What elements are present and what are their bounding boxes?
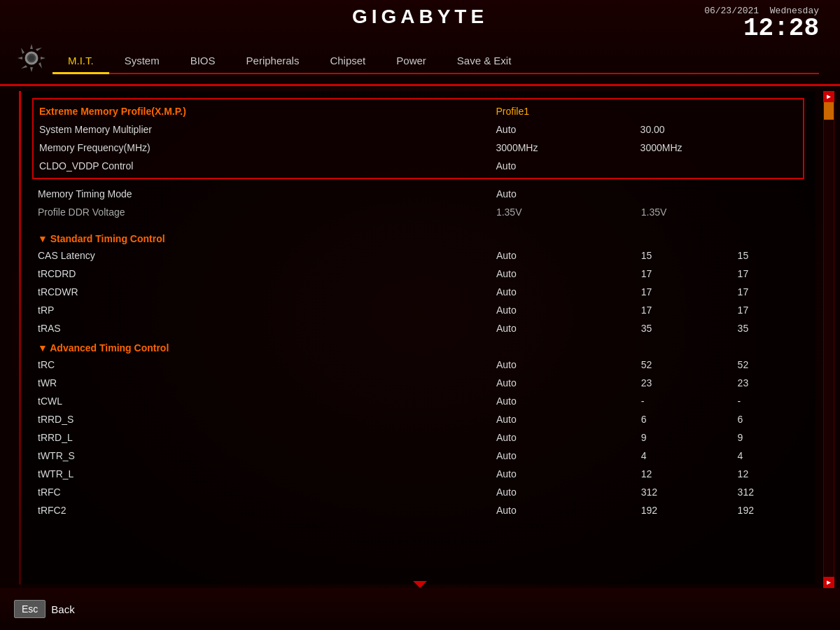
tcwl-row[interactable]: tCWL Auto - - (32, 392, 804, 410)
twtr-l-label: tWTR_L (32, 465, 491, 483)
trfc-row[interactable]: tRFC Auto 312 312 (32, 483, 804, 501)
spacer-row (32, 221, 804, 228)
trcdwr-val2: 17 (636, 283, 732, 301)
profile-ddr-voltage-label: Profile DDR Voltage (32, 203, 491, 221)
trrd-l-row[interactable]: tRRD_L Auto 9 9 (32, 428, 804, 447)
trfc-val2: 312 (636, 483, 732, 501)
tras-label: tRAS (32, 319, 491, 337)
trfc2-val2: 192 (636, 501, 732, 519)
memory-multiplier-val1: Auto (491, 120, 635, 139)
tcwl-val1: Auto (491, 392, 636, 410)
bottom-arrow-decoration (413, 581, 427, 588)
trrd-s-val1: Auto (491, 410, 636, 428)
tcwl-val3: - (732, 392, 804, 410)
twtr-s-row[interactable]: tWTR_S Auto 4 4 (32, 447, 804, 465)
scroll-up-arrow[interactable]: ▶ (823, 91, 834, 102)
advanced-timing-header: ▼ Advanced Timing Control (32, 337, 804, 356)
xmp-profile-row[interactable]: Extreme Memory Profile(X.M.P.) Profile1 (34, 102, 803, 120)
trfc-val3: 312 (732, 483, 804, 501)
esc-button[interactable]: Esc (14, 600, 46, 618)
memory-frequency-val2: 3000MHz (635, 139, 731, 157)
twr-val3: 23 (732, 374, 804, 392)
memory-frequency-row[interactable]: Memory Frequency(MHz) 3000MHz 3000MHz (34, 139, 803, 157)
scrollbar[interactable] (823, 91, 834, 588)
xmp-profile-label: Extreme Memory Profile(X.M.P.) (34, 102, 491, 120)
trcdrd-label: tRCDRD (32, 265, 491, 283)
trc-val1: Auto (491, 356, 636, 374)
tras-row[interactable]: tRAS Auto 35 35 (32, 319, 804, 337)
trrd-l-val2: 9 (636, 428, 732, 447)
twtr-l-val1: Auto (491, 465, 636, 483)
tab-system[interactable]: System (109, 49, 175, 73)
memory-frequency-val1: 3000MHz (491, 139, 635, 157)
trcdwr-row[interactable]: tRCDWR Auto 17 17 (32, 283, 804, 301)
cas-latency-label: CAS Latency (32, 246, 491, 265)
twr-row[interactable]: tWR Auto 23 23 (32, 374, 804, 392)
twtr-s-val3: 4 (732, 447, 804, 465)
main-content: Extreme Memory Profile(X.M.P.) Profile1 … (21, 91, 816, 584)
nav-tabs: M.I.T. System BIOS Peripherals Chipset P… (52, 49, 819, 74)
trfc-label: tRFC (32, 483, 491, 501)
memory-timing-mode-row[interactable]: Memory Timing Mode Auto (32, 185, 804, 203)
tras-val1: Auto (491, 319, 636, 337)
time-display: 12:28 (704, 16, 819, 41)
tras-val3: 35 (732, 319, 804, 337)
trp-label: tRP (32, 301, 491, 319)
trc-val3: 52 (732, 356, 804, 374)
twtr-l-row[interactable]: tWTR_L Auto 12 12 (32, 465, 804, 483)
trcdwr-val1: Auto (491, 283, 636, 301)
tab-power[interactable]: Power (381, 49, 442, 73)
profile-ddr-voltage-row[interactable]: Profile DDR Voltage 1.35V 1.35V (32, 203, 804, 221)
profile-ddr-voltage-val2: 1.35V (636, 203, 732, 221)
standard-timing-header: ▼ Standard Timing Control (32, 228, 804, 246)
twr-val1: Auto (491, 374, 636, 392)
trcdwr-val3: 17 (732, 283, 804, 301)
trfc2-row[interactable]: tRFC2 Auto 192 192 (32, 501, 804, 519)
tab-save-exit[interactable]: Save & Exit (442, 49, 527, 73)
trrd-s-val2: 6 (636, 410, 732, 428)
trrd-s-row[interactable]: tRRD_S Auto 6 6 (32, 410, 804, 428)
tcwl-val2: - (636, 392, 732, 410)
tab-mit[interactable]: M.I.T. (52, 49, 109, 74)
back-label: Back (51, 603, 74, 615)
nav-line (0, 84, 840, 86)
trp-row[interactable]: tRP Auto 17 17 (32, 301, 804, 319)
tab-peripherals[interactable]: Peripherals (231, 49, 315, 73)
tab-bios[interactable]: BIOS (175, 49, 231, 73)
cas-latency-val2: 15 (636, 246, 732, 265)
cas-latency-val1: Auto (491, 246, 636, 265)
xmp-section: Extreme Memory Profile(X.M.P.) Profile1 … (32, 98, 804, 179)
trrd-l-val3: 9 (732, 428, 804, 447)
cldo-vddp-row[interactable]: CLDO_VDDP Control Auto (34, 157, 803, 175)
memory-multiplier-row[interactable]: System Memory Multiplier Auto 30.00 (34, 120, 803, 139)
trfc2-val1: Auto (491, 501, 636, 519)
trfc-val1: Auto (491, 483, 636, 501)
memory-multiplier-label: System Memory Multiplier (34, 120, 491, 139)
twtr-l-val3: 12 (732, 465, 804, 483)
twr-val2: 23 (636, 374, 732, 392)
trrd-l-val1: Auto (491, 428, 636, 447)
twtr-s-label: tWTR_S (32, 447, 491, 465)
scroll-down-arrow[interactable]: ▶ (823, 577, 834, 588)
xmp-table: Extreme Memory Profile(X.M.P.) Profile1 … (34, 102, 803, 175)
trcdrd-val3: 17 (732, 265, 804, 283)
trcdwr-label: tRCDWR (32, 283, 491, 301)
tcwl-label: tCWL (32, 392, 491, 410)
twtr-s-val1: Auto (491, 447, 636, 465)
trc-label: tRC (32, 356, 491, 374)
memory-timing-mode-label: Memory Timing Mode (32, 185, 491, 203)
datetime: 06/23/2021 Wednesday 12:28 (704, 6, 819, 41)
main-settings-table: Memory Timing Mode Auto Profile DDR Volt… (32, 185, 804, 519)
trcdrd-row[interactable]: tRCDRD Auto 17 17 (32, 265, 804, 283)
memory-multiplier-val2: 30.00 (635, 120, 731, 139)
twtr-l-val2: 12 (636, 465, 732, 483)
trc-row[interactable]: tRC Auto 52 52 (32, 356, 804, 374)
trfc2-val3: 192 (732, 501, 804, 519)
trrd-s-val3: 6 (732, 410, 804, 428)
header: GIGABYTE 06/23/2021 Wednesday 12:28 M.I.… (0, 0, 840, 88)
tab-chipset[interactable]: Chipset (314, 49, 381, 73)
twr-label: tWR (32, 374, 491, 392)
trp-val2: 17 (636, 301, 732, 319)
profile-ddr-voltage-val1: 1.35V (491, 203, 636, 221)
cas-latency-row[interactable]: CAS Latency Auto 15 15 (32, 246, 804, 265)
